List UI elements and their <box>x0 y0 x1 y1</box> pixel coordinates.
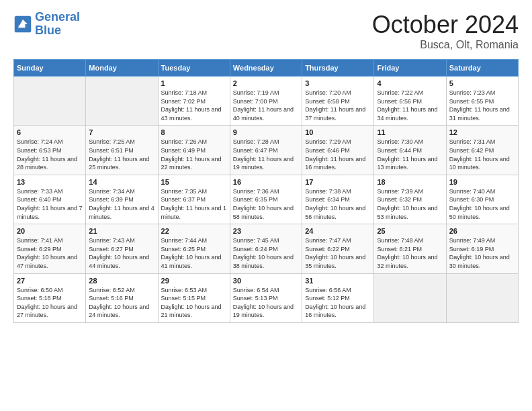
day-cell: 17Sunrise: 7:38 AM Sunset: 6:34 PM Dayli… <box>302 175 374 224</box>
week-row-5: 27Sunrise: 6:50 AM Sunset: 5:18 PM Dayli… <box>14 273 519 322</box>
day-info: Sunrise: 7:49 AM Sunset: 6:19 PM Dayligh… <box>449 236 515 270</box>
logo-line1: General <box>35 10 80 24</box>
day-number: 17 <box>305 178 371 186</box>
day-cell: 22Sunrise: 7:44 AM Sunset: 6:25 PM Dayli… <box>158 224 230 273</box>
day-cell: 6Sunrise: 7:24 AM Sunset: 6:53 PM Daylig… <box>14 126 86 175</box>
day-number: 5 <box>449 79 515 87</box>
day-info: Sunrise: 7:34 AM Sunset: 6:39 PM Dayligh… <box>89 187 154 221</box>
day-number: 4 <box>377 79 443 87</box>
day-number: 26 <box>449 227 515 235</box>
day-number: 12 <box>449 128 515 136</box>
day-info: Sunrise: 7:30 AM Sunset: 6:44 PM Dayligh… <box>377 138 443 171</box>
day-number: 14 <box>89 178 154 186</box>
day-info: Sunrise: 7:18 AM Sunset: 7:02 PM Dayligh… <box>161 89 227 122</box>
week-row-3: 13Sunrise: 7:33 AM Sunset: 6:40 PM Dayli… <box>14 175 519 224</box>
day-number: 22 <box>161 227 227 235</box>
day-number: 8 <box>161 128 227 136</box>
week-row-2: 6Sunrise: 7:24 AM Sunset: 6:53 PM Daylig… <box>14 126 519 175</box>
day-number: 25 <box>377 227 443 235</box>
header-cell-wednesday: Wednesday <box>230 60 302 77</box>
day-cell: 30Sunrise: 6:54 AM Sunset: 5:13 PM Dayli… <box>230 273 302 322</box>
day-number: 20 <box>17 227 83 235</box>
day-cell: 15Sunrise: 7:35 AM Sunset: 6:37 PM Dayli… <box>158 175 230 224</box>
day-info: Sunrise: 7:45 AM Sunset: 6:24 PM Dayligh… <box>233 236 299 270</box>
day-cell: 11Sunrise: 7:30 AM Sunset: 6:44 PM Dayli… <box>374 126 446 175</box>
day-cell <box>14 77 86 126</box>
day-info: Sunrise: 6:50 AM Sunset: 5:18 PM Dayligh… <box>17 286 83 320</box>
day-number: 15 <box>161 178 227 186</box>
calendar-subtitle: Busca, Olt, Romania <box>372 39 519 51</box>
day-number: 28 <box>89 277 154 285</box>
header-cell-friday: Friday <box>374 60 446 77</box>
day-cell: 21Sunrise: 7:43 AM Sunset: 6:27 PM Dayli… <box>86 224 158 273</box>
day-cell: 18Sunrise: 7:39 AM Sunset: 6:32 PM Dayli… <box>374 175 446 224</box>
header-cell-sunday: Sunday <box>14 60 86 77</box>
day-cell: 9Sunrise: 7:28 AM Sunset: 6:47 PM Daylig… <box>230 126 302 175</box>
day-cell: 3Sunrise: 7:20 AM Sunset: 6:58 PM Daylig… <box>302 77 374 126</box>
day-info: Sunrise: 7:20 AM Sunset: 6:58 PM Dayligh… <box>305 89 371 122</box>
header-cell-thursday: Thursday <box>302 60 374 77</box>
day-number: 7 <box>89 128 154 136</box>
day-info: Sunrise: 7:24 AM Sunset: 6:53 PM Dayligh… <box>17 138 83 171</box>
day-number: 13 <box>17 178 83 186</box>
day-cell: 13Sunrise: 7:33 AM Sunset: 6:40 PM Dayli… <box>14 175 86 224</box>
day-number: 19 <box>449 178 515 186</box>
day-info: Sunrise: 7:43 AM Sunset: 6:27 PM Dayligh… <box>89 236 154 270</box>
header-cell-saturday: Saturday <box>446 60 518 77</box>
day-cell: 23Sunrise: 7:45 AM Sunset: 6:24 PM Dayli… <box>230 224 302 273</box>
logo-text: General Blue <box>35 11 80 38</box>
day-info: Sunrise: 7:41 AM Sunset: 6:29 PM Dayligh… <box>17 236 83 270</box>
day-cell: 1Sunrise: 7:18 AM Sunset: 7:02 PM Daylig… <box>158 77 230 126</box>
day-info: Sunrise: 7:28 AM Sunset: 6:47 PM Dayligh… <box>233 138 299 171</box>
day-info: Sunrise: 7:44 AM Sunset: 6:25 PM Dayligh… <box>161 236 227 270</box>
day-cell: 14Sunrise: 7:34 AM Sunset: 6:39 PM Dayli… <box>86 175 158 224</box>
day-info: Sunrise: 7:36 AM Sunset: 6:35 PM Dayligh… <box>233 187 299 221</box>
day-cell: 25Sunrise: 7:48 AM Sunset: 6:21 PM Dayli… <box>374 224 446 273</box>
day-number: 2 <box>233 79 299 87</box>
day-cell: 7Sunrise: 7:25 AM Sunset: 6:51 PM Daylig… <box>86 126 158 175</box>
day-cell: 20Sunrise: 7:41 AM Sunset: 6:29 PM Dayli… <box>14 224 86 273</box>
day-number: 30 <box>233 277 299 285</box>
day-info: Sunrise: 6:54 AM Sunset: 5:13 PM Dayligh… <box>233 286 299 320</box>
day-cell: 4Sunrise: 7:22 AM Sunset: 6:56 PM Daylig… <box>374 77 446 126</box>
header-row: SundayMondayTuesdayWednesdayThursdayFrid… <box>14 60 519 77</box>
day-info: Sunrise: 7:39 AM Sunset: 6:32 PM Dayligh… <box>377 187 443 221</box>
day-cell: 2Sunrise: 7:19 AM Sunset: 7:00 PM Daylig… <box>230 77 302 126</box>
day-number: 18 <box>377 178 443 186</box>
day-info: Sunrise: 7:19 AM Sunset: 7:00 PM Dayligh… <box>233 89 299 122</box>
calendar-header: SundayMondayTuesdayWednesdayThursdayFrid… <box>14 60 519 77</box>
day-number: 11 <box>377 128 443 136</box>
day-info: Sunrise: 6:53 AM Sunset: 5:15 PM Dayligh… <box>161 286 227 320</box>
day-number: 9 <box>233 128 299 136</box>
day-number: 29 <box>161 277 227 285</box>
day-info: Sunrise: 7:29 AM Sunset: 6:46 PM Dayligh… <box>305 138 371 171</box>
day-number: 21 <box>89 227 154 235</box>
day-number: 31 <box>305 277 371 285</box>
day-info: Sunrise: 7:25 AM Sunset: 6:51 PM Dayligh… <box>89 138 154 171</box>
day-info: Sunrise: 7:33 AM Sunset: 6:40 PM Dayligh… <box>17 187 83 221</box>
calendar-title: October 2024 <box>372 11 519 39</box>
day-number: 27 <box>17 277 83 285</box>
day-info: Sunrise: 7:47 AM Sunset: 6:22 PM Dayligh… <box>305 236 371 270</box>
title-block: October 2024 Busca, Olt, Romania <box>372 11 519 51</box>
svg-rect-2 <box>18 26 26 28</box>
logo-line2: Blue <box>35 24 61 37</box>
day-info: Sunrise: 7:40 AM Sunset: 6:30 PM Dayligh… <box>449 187 515 221</box>
day-info: Sunrise: 7:35 AM Sunset: 6:37 PM Dayligh… <box>161 187 227 221</box>
day-cell: 16Sunrise: 7:36 AM Sunset: 6:35 PM Dayli… <box>230 175 302 224</box>
day-number: 1 <box>161 79 227 87</box>
page-header: General Blue October 2024 Busca, Olt, Ro… <box>13 11 519 51</box>
header-cell-monday: Monday <box>86 60 158 77</box>
day-cell <box>446 273 518 322</box>
day-cell: 26Sunrise: 7:49 AM Sunset: 6:19 PM Dayli… <box>446 224 518 273</box>
day-cell: 28Sunrise: 6:52 AM Sunset: 5:16 PM Dayli… <box>86 273 158 322</box>
day-number: 6 <box>17 128 83 136</box>
day-cell <box>374 273 446 322</box>
day-cell: 27Sunrise: 6:50 AM Sunset: 5:18 PM Dayli… <box>14 273 86 322</box>
header-cell-tuesday: Tuesday <box>158 60 230 77</box>
calendar-body: 1Sunrise: 7:18 AM Sunset: 7:02 PM Daylig… <box>14 77 519 323</box>
day-cell: 31Sunrise: 6:56 AM Sunset: 5:12 PM Dayli… <box>302 273 374 322</box>
day-cell: 24Sunrise: 7:47 AM Sunset: 6:22 PM Dayli… <box>302 224 374 273</box>
day-info: Sunrise: 7:23 AM Sunset: 6:55 PM Dayligh… <box>449 89 515 122</box>
day-number: 24 <box>305 227 371 235</box>
